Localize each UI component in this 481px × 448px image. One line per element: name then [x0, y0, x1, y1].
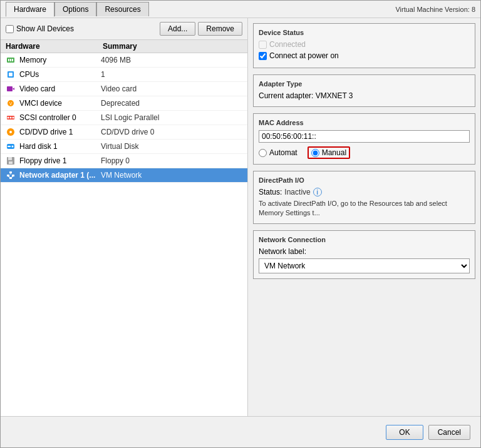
- scsi-icon: [6, 113, 16, 123]
- device-status-title: Device Status: [259, 29, 470, 36]
- directpath-status-value: Inactive: [284, 188, 310, 196]
- left-toolbar: Show All Devices Add... Remove: [1, 18, 247, 40]
- directpath-description: To activate DirectPath I/O, go to the Re…: [259, 199, 470, 218]
- hw-name-vmci: VMCI device: [19, 99, 101, 108]
- connect-power-row: Connect at power on: [259, 51, 470, 60]
- hardware-table: Hardware Summary Memory 4096 MB CP: [1, 40, 247, 416]
- network-label: Network label:: [259, 247, 470, 256]
- hw-name-harddisk: Hard disk 1: [19, 142, 101, 151]
- table-row[interactable]: Hard disk 1 Virtual Disk: [1, 140, 247, 154]
- table-row[interactable]: CPUs 1: [1, 68, 247, 82]
- svg-point-12: [10, 117, 12, 119]
- tab-hardware[interactable]: Hardware: [6, 2, 54, 17]
- manual-label: Manual: [322, 148, 346, 157]
- adapter-type-section: Adapter Type Current adapter: VMXNET 3: [253, 74, 475, 107]
- right-panel: Device Status Connected Connect at power…: [248, 18, 480, 416]
- hw-summary-floppy: Floppy 0: [101, 156, 242, 165]
- table-row[interactable]: Floppy drive 1 Floppy 0: [1, 154, 247, 168]
- svg-point-13: [13, 117, 14, 119]
- automat-radio[interactable]: [259, 149, 267, 157]
- col-summary: Summary: [103, 42, 242, 51]
- mac-address-section: MAC Address Automat Manual: [253, 113, 475, 165]
- hw-summary-cddvd: CD/DVD drive 0: [101, 128, 242, 136]
- show-all-devices-row: Show All Devices: [6, 24, 74, 33]
- hw-summary-harddisk: Virtual Disk: [101, 142, 242, 151]
- svg-point-11: [8, 117, 9, 119]
- automat-label: Automat: [269, 148, 297, 157]
- table-row[interactable]: SCSI controller 0 LSI Logic Parallel: [1, 111, 247, 125]
- cddvd-icon: [6, 127, 16, 137]
- vm-version: Virtual Machine Version: 8: [395, 6, 475, 13]
- manual-radio[interactable]: [311, 149, 319, 157]
- connected-label: Connected: [269, 40, 306, 49]
- svg-rect-23: [7, 175, 9, 176]
- hw-summary-cpu: 1: [101, 70, 242, 79]
- hw-summary-scsi: LSI Logic Parallel: [101, 113, 242, 122]
- manual-option[interactable]: Manual: [308, 146, 350, 159]
- cancel-button[interactable]: Cancel: [428, 425, 470, 440]
- left-panel: Show All Devices Add... Remove Hardware …: [1, 18, 248, 416]
- adapter-type-row: Current adapter: VMXNET 3: [259, 91, 470, 100]
- network-icon: [6, 170, 16, 180]
- connect-power-checkbox[interactable]: [259, 52, 267, 60]
- vmci-icon: V: [6, 98, 16, 108]
- hw-name-cpu: CPUs: [19, 70, 101, 79]
- network-connection-title: Network Connection: [259, 236, 470, 243]
- svg-rect-5: [9, 73, 13, 76]
- mac-address-title: MAC Address: [259, 119, 470, 126]
- svg-rect-3: [12, 59, 13, 61]
- harddisk-icon: [6, 141, 16, 151]
- tab-resources[interactable]: Resources: [96, 2, 148, 16]
- adapter-type-value: VMXNET 3: [316, 91, 353, 100]
- hw-name-video: Video card: [19, 84, 101, 93]
- table-row[interactable]: CD/DVD drive 1 CD/DVD drive 0: [1, 125, 247, 140]
- tab-options[interactable]: Options: [54, 2, 96, 16]
- table-row-network[interactable]: Network adapter 1 (... VM Network: [1, 168, 247, 183]
- hw-summary-memory: 4096 MB: [101, 56, 242, 64]
- adapter-type-label: Current adapter:: [259, 91, 313, 100]
- hw-name-floppy: Floppy drive 1: [19, 156, 101, 165]
- ok-button[interactable]: OK: [386, 425, 423, 440]
- remove-button[interactable]: Remove: [198, 22, 242, 36]
- tab-bar: Hardware Options Resources: [6, 2, 149, 16]
- info-icon[interactable]: i: [313, 188, 322, 196]
- add-button[interactable]: Add...: [160, 22, 195, 36]
- hw-button-group: Add... Remove: [160, 22, 242, 36]
- hw-name-memory: Memory: [19, 56, 101, 64]
- hw-summary-network: VM Network: [101, 171, 242, 180]
- hw-name-scsi: SCSI controller 0: [19, 113, 101, 122]
- mac-input[interactable]: [259, 130, 470, 143]
- svg-point-15: [9, 131, 12, 133]
- hw-summary-video: Video card: [101, 84, 242, 93]
- directpath-title: DirectPath I/O: [259, 176, 470, 184]
- memory-icon: [6, 55, 16, 65]
- table-row[interactable]: Memory 4096 MB: [1, 53, 247, 68]
- directpath-status-label: Status:: [259, 188, 282, 196]
- video-icon: [6, 84, 16, 94]
- table-header: Hardware Summary: [1, 40, 247, 53]
- svg-rect-21: [9, 161, 13, 164]
- directpath-status-row: Status: Inactive i: [259, 188, 470, 196]
- svg-rect-18: [8, 146, 11, 147]
- automat-option[interactable]: Automat: [259, 148, 297, 157]
- mac-radio-row: Automat Manual: [259, 146, 470, 159]
- svg-rect-6: [7, 86, 13, 91]
- network-select[interactable]: VM Network Host-only Bridged: [259, 258, 470, 273]
- connected-checkbox: [259, 41, 267, 49]
- top-bar: Hardware Options Resources Virtual Machi…: [1, 1, 480, 18]
- bottom-bar: OK Cancel: [1, 416, 480, 447]
- device-status-section: Device Status Connected Connect at power…: [253, 23, 475, 68]
- content-area: Show All Devices Add... Remove Hardware …: [1, 18, 480, 416]
- cpu-icon: [6, 69, 16, 79]
- svg-rect-24: [12, 175, 14, 176]
- network-select-row: VM Network Host-only Bridged: [259, 258, 470, 273]
- svg-rect-2: [10, 59, 11, 61]
- directpath-section: DirectPath I/O Status: Inactive i To act…: [253, 171, 475, 224]
- show-all-devices-checkbox[interactable]: [6, 25, 14, 33]
- table-row[interactable]: V VMCI device Deprecated: [1, 96, 247, 111]
- table-row[interactable]: Video card Video card: [1, 82, 247, 96]
- connect-power-label: Connect at power on: [269, 51, 339, 60]
- svg-point-17: [12, 146, 14, 148]
- floppy-icon: [6, 156, 16, 166]
- show-all-devices-label: Show All Devices: [16, 24, 74, 33]
